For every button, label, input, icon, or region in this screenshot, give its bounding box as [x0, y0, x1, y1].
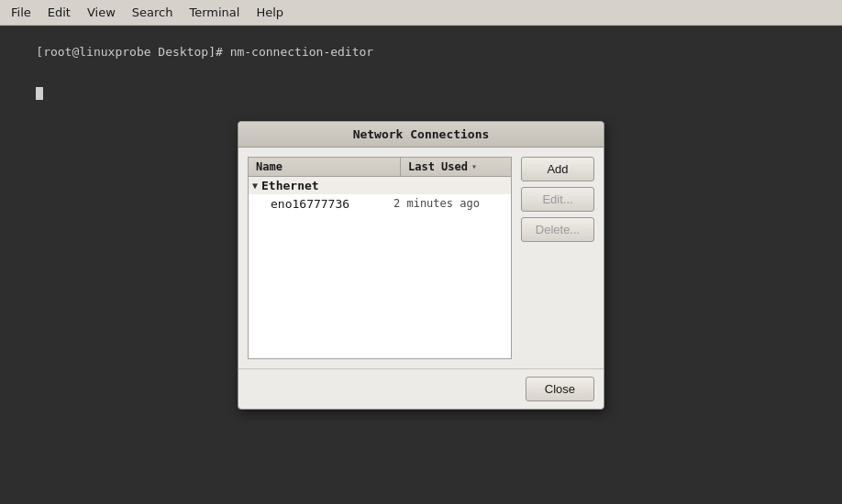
add-button[interactable]: Add [521, 157, 594, 181]
menu-bar: File Edit View Search Terminal Help [0, 0, 842, 26]
menu-terminal[interactable]: Terminal [182, 4, 247, 21]
edit-button[interactable]: Edit... [521, 187, 594, 212]
connection-list-panel: Name Last Used ▾ ▼ Ethernet [248, 157, 512, 359]
group-collapse-icon: ▼ [252, 181, 258, 191]
menu-help[interactable]: Help [249, 4, 291, 21]
dialog-footer: Close [238, 368, 604, 409]
sort-arrow-icon: ▾ [471, 161, 477, 171]
dialog-titlebar: Network Connections [238, 122, 604, 148]
connection-row[interactable]: eno16777736 2 minutes ago [249, 194, 511, 214]
group-ethernet[interactable]: ▼ Ethernet [249, 177, 511, 194]
dialog-body: Name Last Used ▾ ▼ Ethernet [238, 148, 604, 368]
close-button[interactable]: Close [526, 377, 594, 401]
buttons-panel: Add Edit... Delete... [521, 157, 594, 359]
list-header: Name Last Used ▾ [248, 157, 512, 176]
menu-view[interactable]: View [80, 4, 123, 21]
connection-last-used: 2 minutes ago [393, 197, 504, 210]
network-connections-dialog: Network Connections Name Last Used ▾ [238, 121, 604, 410]
terminal-area: [root@linuxprobe Desktop]# nm-connection… [0, 26, 842, 504]
dialog-title: Network Connections [353, 127, 490, 141]
delete-button[interactable]: Delete... [521, 217, 594, 242]
menu-search[interactable]: Search [125, 4, 181, 21]
connection-list[interactable]: ▼ Ethernet eno16777736 2 minutes ago [248, 176, 512, 359]
group-ethernet-label: Ethernet [261, 179, 319, 192]
connection-name: eno16777736 [271, 197, 393, 211]
column-header-name: Name [249, 158, 401, 176]
column-header-lastused[interactable]: Last Used ▾ [401, 158, 511, 176]
menu-file[interactable]: File [4, 4, 39, 21]
menu-edit[interactable]: Edit [40, 4, 78, 21]
dialog-overlay: Network Connections Name Last Used ▾ [0, 26, 842, 504]
